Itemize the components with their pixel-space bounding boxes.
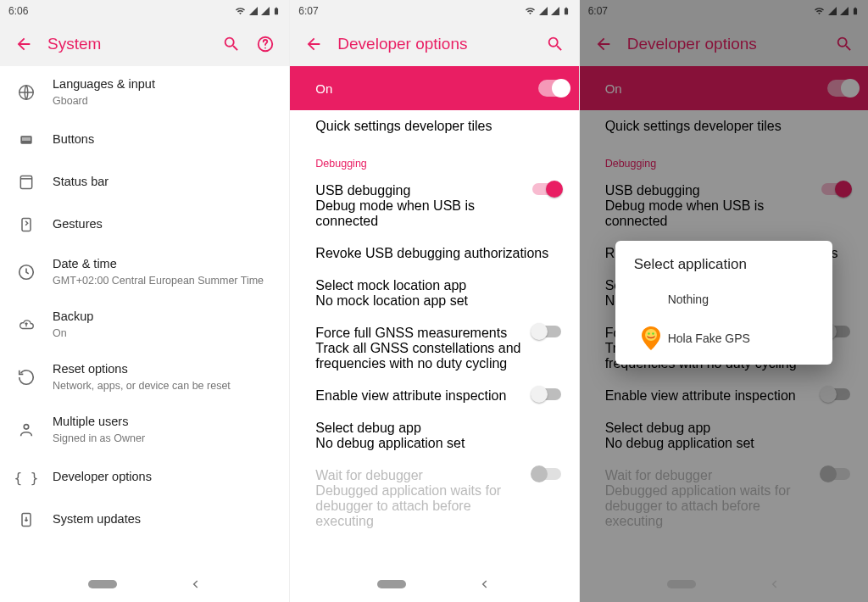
item-title: Wait for debugger — [315, 468, 522, 483]
system-list[interactable]: Languages & inputGboard Buttons Status b… — [0, 66, 289, 566]
signal-icon-2 — [550, 6, 560, 16]
dialog-title: Select application — [615, 256, 832, 280]
update-icon — [18, 510, 35, 529]
section-debugging: Debugging — [290, 142, 578, 175]
item-datetime[interactable]: Date & timeGMT+02:00 Central European Su… — [0, 246, 289, 298]
page-title: Developer options — [331, 35, 537, 53]
help-button[interactable] — [248, 27, 282, 61]
svg-rect-3 — [20, 176, 31, 189]
item-mock-location[interactable]: Select mock location app No mock locatio… — [290, 270, 578, 317]
item-gestures[interactable]: Gestures — [0, 203, 289, 246]
signal-icon — [538, 6, 548, 16]
item-sub: Track all GNSS constellations and freque… — [315, 341, 522, 371]
user-icon — [17, 421, 36, 439]
battery-icon — [562, 5, 570, 17]
usb-debugging-switch[interactable] — [532, 183, 561, 195]
help-icon — [256, 35, 275, 53]
item-usb-debugging[interactable]: USB debugging Debug mode when USB is con… — [290, 175, 578, 237]
dialog-item-label: Nothing — [668, 293, 709, 306]
back-button[interactable] — [297, 27, 331, 61]
home-pill[interactable] — [88, 580, 117, 588]
item-users[interactable]: Multiple usersSigned in as Owner — [0, 404, 289, 456]
phone-select-application: 6:07 Developer options On — [579, 0, 868, 602]
braces-icon: { } — [14, 470, 39, 486]
statusbar-icon — [18, 174, 35, 191]
item-sub: Gboard — [53, 94, 269, 109]
item-title: Date & time — [53, 256, 269, 273]
search-icon — [222, 35, 241, 53]
developer-list[interactable]: On Quick settings developer tiles Debugg… — [290, 66, 578, 566]
svg-point-7 — [24, 425, 29, 430]
home-pill[interactable] — [377, 580, 406, 588]
item-sub: Debug mode when USB is connected — [315, 198, 522, 229]
master-switch-row[interactable]: On — [290, 66, 578, 110]
item-quick-tiles[interactable]: Quick settings developer tiles — [290, 110, 578, 142]
item-sub: Signed in as Owner — [53, 432, 269, 446]
item-title: USB debugging — [315, 183, 522, 198]
search-icon — [546, 35, 565, 53]
item-languages[interactable]: Languages & inputGboard — [0, 66, 289, 119]
arrow-back-icon — [14, 35, 33, 53]
item-title: Developer options — [53, 469, 269, 486]
item-revoke[interactable]: Revoke USB debugging authorizations — [290, 237, 578, 270]
item-reset[interactable]: Reset optionsNetwork, apps, or device ca… — [0, 351, 289, 404]
dialog-item-label: Hola Fake GPS — [668, 332, 750, 345]
item-title: Buttons — [53, 131, 269, 148]
item-debug-app[interactable]: Select debug app No debug application se… — [290, 412, 578, 460]
reset-icon — [17, 368, 36, 387]
item-sub: Network, apps, or device can be reset — [53, 379, 269, 393]
nav-back-button[interactable] — [479, 578, 491, 590]
nav-back-button[interactable] — [190, 578, 202, 590]
page-title: System — [41, 35, 214, 53]
clock-icon — [17, 263, 36, 281]
item-title: Gestures — [53, 216, 269, 233]
arrow-back-icon — [304, 35, 323, 53]
app-bar: System — [0, 22, 289, 66]
dialog-item-hola[interactable]: Hola Fake GPS — [615, 319, 832, 358]
item-view-attr[interactable]: Enable view attribute inspection — [290, 380, 578, 412]
item-title: Quick settings developer tiles — [315, 119, 570, 134]
svg-point-9 — [645, 329, 657, 341]
status-icons — [524, 5, 570, 17]
item-sub: GMT+02:00 Central European Summer Time — [53, 274, 269, 288]
search-button[interactable] — [214, 27, 248, 61]
back-button[interactable] — [7, 27, 41, 61]
navigation-bar — [0, 566, 289, 602]
wifi-icon — [524, 6, 537, 16]
item-developer[interactable]: { } Developer options — [0, 456, 289, 499]
gnss-switch[interactable] — [532, 326, 561, 337]
item-title: Languages & input — [53, 76, 269, 93]
status-bar: 6:06 — [0, 0, 289, 22]
item-title: Status bar — [53, 174, 269, 191]
gestures-icon — [18, 216, 35, 233]
item-title: System updates — [53, 511, 269, 528]
wifi-icon — [234, 6, 247, 16]
svg-point-10 — [648, 332, 649, 334]
view-attr-switch[interactable] — [532, 388, 561, 400]
clock: 6:06 — [8, 5, 28, 17]
item-backup[interactable]: BackupOn — [0, 298, 289, 351]
svg-point-1 — [264, 47, 266, 49]
keyboard-icon — [17, 133, 36, 147]
battery-icon — [272, 5, 281, 17]
search-button[interactable] — [538, 27, 572, 61]
item-buttons[interactable]: Buttons — [0, 119, 289, 161]
item-title: Force full GNSS measurements — [315, 326, 522, 341]
master-switch[interactable] — [538, 80, 569, 97]
dialog-item-nothing[interactable]: Nothing — [615, 280, 832, 319]
cloud-icon — [16, 317, 36, 332]
item-title: Revoke USB debugging authorizations — [315, 246, 570, 261]
chevron-left-icon — [190, 578, 202, 590]
item-wait-debugger: Wait for debugger Debugged application w… — [290, 460, 578, 538]
clock: 6:07 — [298, 5, 318, 17]
item-gnss[interactable]: Force full GNSS measurements Track all G… — [290, 317, 578, 380]
chevron-left-icon — [479, 578, 491, 590]
signal-icon — [248, 6, 259, 16]
item-system-updates[interactable]: System updates — [0, 499, 289, 541]
item-statusbar[interactable]: Status bar — [0, 161, 289, 203]
select-application-dialog: Select application Nothing Hola Fake GPS — [615, 241, 832, 365]
signal-icon-2 — [260, 6, 270, 16]
status-icons — [234, 5, 281, 17]
item-sub: No debug application set — [315, 436, 570, 451]
item-sub: No mock location app set — [315, 293, 570, 309]
